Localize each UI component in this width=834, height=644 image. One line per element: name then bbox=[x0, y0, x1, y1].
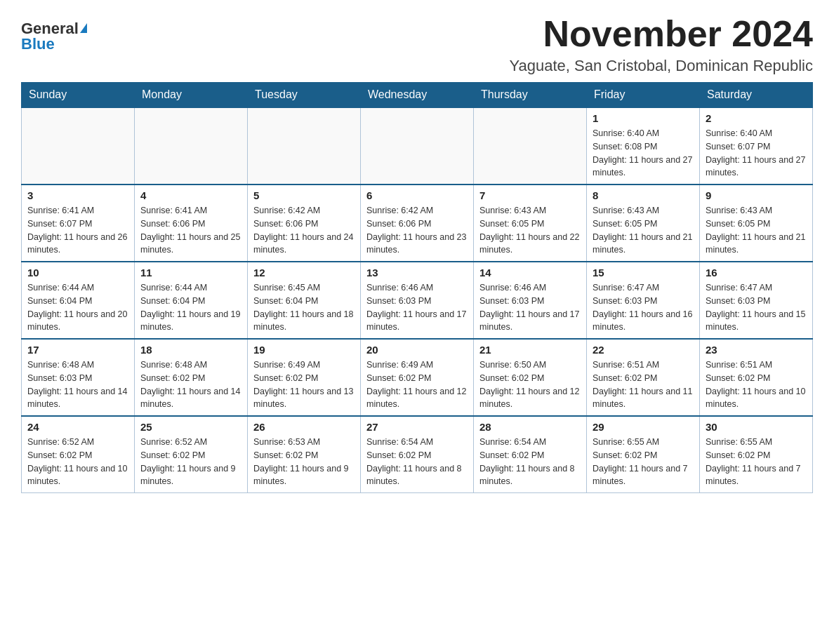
logo-blue-text: Blue bbox=[21, 36, 55, 52]
day-info: Sunrise: 6:44 AM Sunset: 6:04 PM Dayligh… bbox=[140, 281, 241, 334]
day-info: Sunrise: 6:55 AM Sunset: 6:02 PM Dayligh… bbox=[706, 436, 807, 488]
day-info: Sunrise: 6:42 AM Sunset: 6:06 PM Dayligh… bbox=[253, 204, 355, 257]
day-info: Sunrise: 6:54 AM Sunset: 6:02 PM Dayligh… bbox=[479, 436, 581, 488]
week-row-4: 17Sunrise: 6:48 AM Sunset: 6:03 PM Dayli… bbox=[22, 339, 813, 416]
calendar-cell: 14Sunrise: 6:46 AM Sunset: 6:03 PM Dayli… bbox=[474, 262, 587, 339]
calendar-cell: 18Sunrise: 6:48 AM Sunset: 6:02 PM Dayli… bbox=[135, 339, 248, 416]
day-number: 20 bbox=[366, 344, 468, 356]
day-info: Sunrise: 6:41 AM Sunset: 6:06 PM Dayligh… bbox=[140, 204, 241, 257]
logo-arrow-icon bbox=[80, 23, 87, 33]
calendar-cell: 19Sunrise: 6:49 AM Sunset: 6:02 PM Dayli… bbox=[248, 339, 361, 416]
day-number: 23 bbox=[706, 344, 807, 356]
day-number: 17 bbox=[27, 344, 128, 356]
column-header-monday: Monday bbox=[135, 83, 248, 108]
day-info: Sunrise: 6:42 AM Sunset: 6:06 PM Dayligh… bbox=[366, 204, 468, 257]
day-info: Sunrise: 6:55 AM Sunset: 6:02 PM Dayligh… bbox=[593, 436, 694, 488]
day-info: Sunrise: 6:47 AM Sunset: 6:03 PM Dayligh… bbox=[593, 281, 694, 334]
day-info: Sunrise: 6:50 AM Sunset: 6:02 PM Dayligh… bbox=[479, 358, 581, 411]
calendar-cell bbox=[22, 107, 135, 185]
day-number: 15 bbox=[593, 267, 694, 279]
day-info: Sunrise: 6:54 AM Sunset: 6:02 PM Dayligh… bbox=[366, 436, 468, 488]
day-info: Sunrise: 6:48 AM Sunset: 6:02 PM Dayligh… bbox=[140, 358, 241, 411]
day-number: 21 bbox=[479, 344, 581, 356]
day-info: Sunrise: 6:43 AM Sunset: 6:05 PM Dayligh… bbox=[479, 204, 581, 257]
day-number: 25 bbox=[140, 421, 241, 433]
calendar-cell: 27Sunrise: 6:54 AM Sunset: 6:02 PM Dayli… bbox=[361, 416, 474, 493]
day-number: 11 bbox=[140, 267, 241, 279]
column-header-tuesday: Tuesday bbox=[248, 83, 361, 108]
day-info: Sunrise: 6:47 AM Sunset: 6:03 PM Dayligh… bbox=[706, 281, 807, 334]
page-header: General Blue November 2024 Yaguate, San … bbox=[21, 14, 813, 75]
calendar-cell: 24Sunrise: 6:52 AM Sunset: 6:02 PM Dayli… bbox=[22, 416, 135, 493]
calendar-table: SundayMondayTuesdayWednesdayThursdayFrid… bbox=[21, 82, 813, 493]
day-number: 2 bbox=[706, 112, 807, 124]
calendar-cell: 30Sunrise: 6:55 AM Sunset: 6:02 PM Dayli… bbox=[700, 416, 813, 493]
month-title: November 2024 bbox=[510, 14, 814, 54]
calendar-cell: 26Sunrise: 6:53 AM Sunset: 6:02 PM Dayli… bbox=[248, 416, 361, 493]
day-info: Sunrise: 6:52 AM Sunset: 6:02 PM Dayligh… bbox=[140, 436, 241, 488]
title-area: November 2024 Yaguate, San Cristobal, Do… bbox=[510, 14, 814, 75]
day-number: 10 bbox=[27, 267, 128, 279]
day-number: 14 bbox=[479, 267, 581, 279]
calendar-cell: 10Sunrise: 6:44 AM Sunset: 6:04 PM Dayli… bbox=[22, 262, 135, 339]
day-info: Sunrise: 6:48 AM Sunset: 6:03 PM Dayligh… bbox=[27, 358, 128, 411]
header-row: SundayMondayTuesdayWednesdayThursdayFrid… bbox=[22, 83, 813, 108]
calendar-cell: 15Sunrise: 6:47 AM Sunset: 6:03 PM Dayli… bbox=[587, 262, 700, 339]
week-row-5: 24Sunrise: 6:52 AM Sunset: 6:02 PM Dayli… bbox=[22, 416, 813, 493]
day-info: Sunrise: 6:44 AM Sunset: 6:04 PM Dayligh… bbox=[27, 281, 128, 334]
day-number: 30 bbox=[706, 421, 807, 433]
day-number: 9 bbox=[706, 189, 807, 201]
day-info: Sunrise: 6:51 AM Sunset: 6:02 PM Dayligh… bbox=[593, 358, 694, 411]
day-info: Sunrise: 6:52 AM Sunset: 6:02 PM Dayligh… bbox=[27, 436, 128, 488]
day-info: Sunrise: 6:41 AM Sunset: 6:07 PM Dayligh… bbox=[27, 204, 128, 257]
calendar-cell: 5Sunrise: 6:42 AM Sunset: 6:06 PM Daylig… bbox=[248, 185, 361, 262]
calendar-cell: 1Sunrise: 6:40 AM Sunset: 6:08 PM Daylig… bbox=[587, 107, 700, 185]
calendar-cell: 17Sunrise: 6:48 AM Sunset: 6:03 PM Dayli… bbox=[22, 339, 135, 416]
day-number: 28 bbox=[479, 421, 581, 433]
calendar-cell: 29Sunrise: 6:55 AM Sunset: 6:02 PM Dayli… bbox=[587, 416, 700, 493]
day-number: 24 bbox=[27, 421, 128, 433]
day-number: 16 bbox=[706, 267, 807, 279]
calendar-cell: 13Sunrise: 6:46 AM Sunset: 6:03 PM Dayli… bbox=[361, 262, 474, 339]
calendar-cell: 28Sunrise: 6:54 AM Sunset: 6:02 PM Dayli… bbox=[474, 416, 587, 493]
day-number: 1 bbox=[593, 112, 694, 124]
logo-general-text: General bbox=[21, 21, 79, 36]
day-number: 26 bbox=[253, 421, 355, 433]
calendar-cell bbox=[135, 107, 248, 185]
calendar-cell: 9Sunrise: 6:43 AM Sunset: 6:05 PM Daylig… bbox=[700, 185, 813, 262]
day-info: Sunrise: 6:49 AM Sunset: 6:02 PM Dayligh… bbox=[253, 358, 355, 411]
calendar-cell: 21Sunrise: 6:50 AM Sunset: 6:02 PM Dayli… bbox=[474, 339, 587, 416]
day-number: 22 bbox=[593, 344, 694, 356]
calendar-cell: 4Sunrise: 6:41 AM Sunset: 6:06 PM Daylig… bbox=[135, 185, 248, 262]
calendar-cell: 20Sunrise: 6:49 AM Sunset: 6:02 PM Dayli… bbox=[361, 339, 474, 416]
calendar-cell: 6Sunrise: 6:42 AM Sunset: 6:06 PM Daylig… bbox=[361, 185, 474, 262]
column-header-sunday: Sunday bbox=[22, 83, 135, 108]
day-number: 29 bbox=[593, 421, 694, 433]
day-number: 7 bbox=[479, 189, 581, 201]
day-info: Sunrise: 6:43 AM Sunset: 6:05 PM Dayligh… bbox=[706, 204, 807, 257]
column-header-friday: Friday bbox=[587, 83, 700, 108]
day-info: Sunrise: 6:40 AM Sunset: 6:08 PM Dayligh… bbox=[593, 127, 694, 180]
calendar-cell: 11Sunrise: 6:44 AM Sunset: 6:04 PM Dayli… bbox=[135, 262, 248, 339]
week-row-3: 10Sunrise: 6:44 AM Sunset: 6:04 PM Dayli… bbox=[22, 262, 813, 339]
day-info: Sunrise: 6:46 AM Sunset: 6:03 PM Dayligh… bbox=[479, 281, 581, 334]
day-number: 13 bbox=[366, 267, 468, 279]
week-row-1: 1Sunrise: 6:40 AM Sunset: 6:08 PM Daylig… bbox=[22, 107, 813, 185]
day-number: 27 bbox=[366, 421, 468, 433]
day-info: Sunrise: 6:49 AM Sunset: 6:02 PM Dayligh… bbox=[366, 358, 468, 411]
day-info: Sunrise: 6:53 AM Sunset: 6:02 PM Dayligh… bbox=[253, 436, 355, 488]
day-number: 18 bbox=[140, 344, 241, 356]
location-subtitle: Yaguate, San Cristobal, Dominican Republ… bbox=[510, 57, 814, 75]
calendar-cell bbox=[474, 107, 587, 185]
day-number: 8 bbox=[593, 189, 694, 201]
day-info: Sunrise: 6:45 AM Sunset: 6:04 PM Dayligh… bbox=[253, 281, 355, 334]
day-number: 5 bbox=[253, 189, 355, 201]
calendar-cell: 23Sunrise: 6:51 AM Sunset: 6:02 PM Dayli… bbox=[700, 339, 813, 416]
calendar-cell: 8Sunrise: 6:43 AM Sunset: 6:05 PM Daylig… bbox=[587, 185, 700, 262]
calendar-cell bbox=[361, 107, 474, 185]
calendar-cell: 22Sunrise: 6:51 AM Sunset: 6:02 PM Dayli… bbox=[587, 339, 700, 416]
calendar-cell: 7Sunrise: 6:43 AM Sunset: 6:05 PM Daylig… bbox=[474, 185, 587, 262]
column-header-thursday: Thursday bbox=[474, 83, 587, 108]
calendar-cell: 16Sunrise: 6:47 AM Sunset: 6:03 PM Dayli… bbox=[700, 262, 813, 339]
calendar-cell: 3Sunrise: 6:41 AM Sunset: 6:07 PM Daylig… bbox=[22, 185, 135, 262]
